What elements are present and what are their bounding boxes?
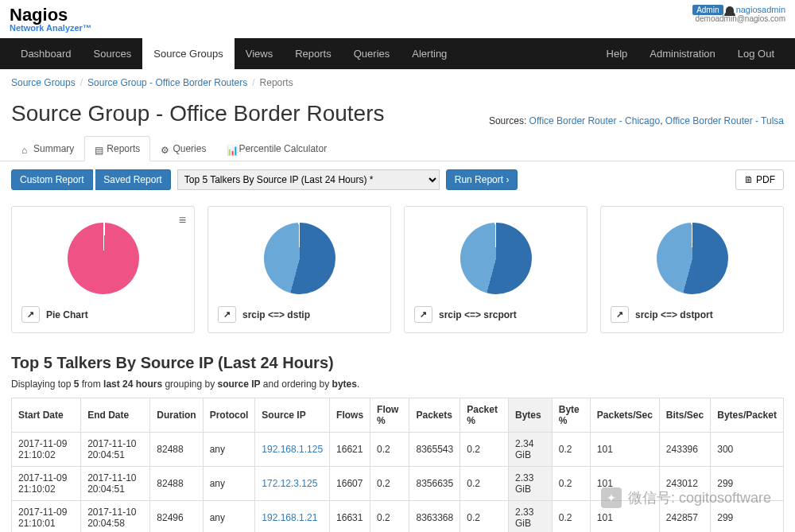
custom-report-button[interactable]: Custom Report — [11, 169, 93, 190]
nav-item-sources[interactable]: Sources — [83, 38, 143, 69]
chart-title: srcip <=> dstip — [242, 309, 310, 320]
chart-card: ↗srcip <=> srcport — [404, 206, 588, 333]
nav-item-views[interactable]: Views — [235, 38, 284, 69]
chart-title: srcip <=> srcport — [439, 309, 517, 320]
saved-report-select[interactable]: Top 5 Talkers By Source IP (Last 24 Hour… — [177, 169, 440, 190]
nav-item-queries[interactable]: Queries — [343, 38, 401, 69]
bars-icon: 📊 — [227, 145, 235, 153]
page-title: Source Group - Office Border Routers — [11, 101, 384, 126]
column-header: Source IP — [255, 398, 330, 433]
user-email: demoadmin@nagios.com — [692, 14, 785, 23]
column-header: Packet % — [460, 398, 509, 433]
source-link[interactable]: Office Border Router - Chicago — [529, 115, 661, 126]
chart-title: Pie Chart — [46, 309, 88, 320]
pdf-button[interactable]: 🗎 PDF — [735, 169, 784, 190]
column-header: Bytes/Packet — [711, 398, 784, 433]
expand-icon[interactable]: ↗ — [218, 306, 236, 323]
pie-chart — [68, 223, 139, 294]
gear-icon: ⚙ — [161, 145, 169, 153]
run-report-button[interactable]: Run Report › — [446, 169, 518, 190]
report-subheading: Displaying top 5 from last 24 hours grou… — [0, 379, 795, 398]
tab-summary[interactable]: ⌂Summary — [11, 136, 84, 161]
breadcrumb: Source Groups/Source Group - Office Bord… — [0, 69, 795, 96]
nav-item-log-out[interactable]: Log Out — [727, 38, 785, 69]
admin-badge: Admin — [692, 5, 723, 15]
source-ip-link[interactable]: 192.168.1.21 — [262, 512, 317, 523]
home-icon: ⌂ — [21, 145, 29, 153]
tab-queries[interactable]: ⚙Queries — [150, 136, 216, 161]
column-header: Duration — [150, 398, 203, 433]
expand-icon[interactable]: ↗ — [611, 306, 629, 323]
column-header: Flows — [330, 398, 370, 433]
expand-icon[interactable]: ↗ — [414, 306, 432, 323]
breadcrumb-item[interactable]: Source Groups — [11, 77, 76, 88]
tab-reports[interactable]: ▤Reports — [84, 136, 150, 161]
saved-report-button[interactable]: Saved Report — [95, 169, 170, 190]
chart-title: srcip <=> dstport — [635, 309, 713, 320]
tab-percentile-calculator[interactable]: 📊Percentile Calculator — [216, 136, 337, 161]
chevron-right-icon: › — [506, 174, 509, 185]
sources-line: Sources: Office Border Router - Chicago,… — [489, 115, 784, 126]
column-header: Flow % — [370, 398, 409, 433]
column-header: Start Date — [12, 398, 81, 433]
column-header: End Date — [81, 398, 150, 433]
column-header: Bytes — [508, 398, 552, 433]
column-header: Byte % — [552, 398, 590, 433]
chart-card: ↗srcip <=> dstport — [600, 206, 784, 333]
nav-item-alerting[interactable]: Alerting — [401, 38, 458, 69]
chart-card: ≡↗Pie Chart — [11, 206, 195, 333]
chart-card: ↗srcip <=> dstip — [207, 206, 391, 333]
main-nav: DashboardSourcesSource GroupsViewsReport… — [0, 38, 795, 69]
nav-item-administration[interactable]: Administration — [638, 38, 726, 69]
nav-left: DashboardSourcesSource GroupsViewsReport… — [10, 38, 458, 69]
report-type-group: Custom Report Saved Report — [11, 169, 171, 190]
file-icon: 🗎 — [744, 174, 754, 185]
brand-subtitle: Network Analyzer™ — [10, 23, 91, 33]
breadcrumb-item: Reports — [260, 77, 293, 88]
source-ip-link[interactable]: 172.12.3.125 — [262, 478, 317, 489]
pie-chart — [460, 223, 532, 294]
brand-logo: Nagios Network Analyzer™ — [10, 5, 91, 35]
nav-item-source-groups[interactable]: Source Groups — [142, 38, 234, 69]
nav-item-reports[interactable]: Reports — [284, 38, 343, 69]
table-row: 2017-11-09 21:10:022017-11-10 20:04:5182… — [12, 467, 784, 501]
user-icon — [726, 6, 734, 14]
expand-icon[interactable]: ↗ — [21, 306, 40, 323]
nav-item-dashboard[interactable]: Dashboard — [10, 38, 83, 69]
column-header: Packets/Sec — [590, 398, 659, 433]
pie-chart — [264, 223, 335, 294]
source-link[interactable]: Office Border Router - Tulsa — [665, 115, 784, 126]
column-header: Bits/Sec — [659, 398, 710, 433]
column-header: Packets — [409, 398, 460, 433]
list-icon: ▤ — [95, 145, 103, 153]
source-ip-link[interactable]: 192.168.1.125 — [262, 444, 323, 455]
pie-chart — [657, 223, 728, 294]
report-heading: Top 5 Talkers By Source IP (Last 24 Hour… — [0, 348, 795, 379]
table-row: 2017-11-09 21:10:012017-11-10 20:04:5882… — [12, 501, 784, 533]
nav-item-help[interactable]: Help — [595, 38, 639, 69]
sub-tabs: ⌂Summary▤Reports⚙Queries📊Percentile Calc… — [0, 136, 795, 161]
column-header: Protocol — [203, 398, 255, 433]
table-row: 2017-11-09 21:10:022017-11-10 20:04:5182… — [12, 433, 784, 467]
username-link[interactable]: nagiosadmin — [736, 5, 785, 14]
nav-right: HelpAdministrationLog Out — [595, 38, 785, 69]
breadcrumb-item[interactable]: Source Group - Office Border Routers — [87, 77, 247, 88]
results-table: Start DateEnd DateDurationProtocolSource… — [11, 398, 784, 532]
